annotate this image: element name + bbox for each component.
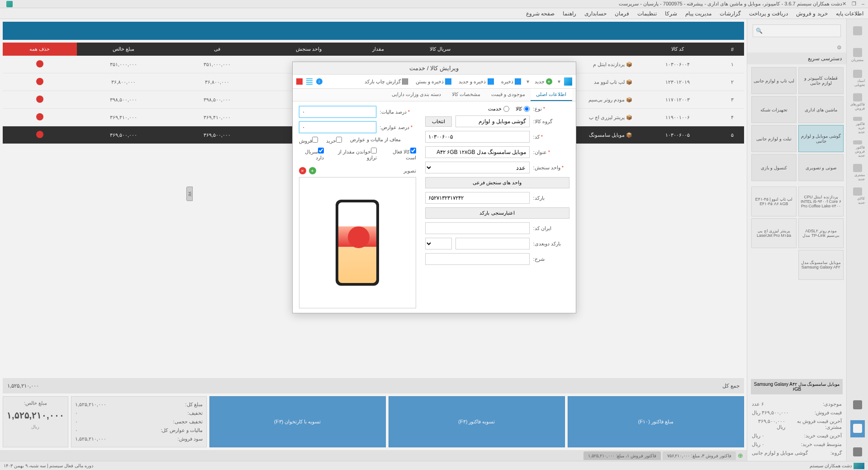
type-service-radio[interactable]: خدمت: [488, 106, 509, 112]
irancode-input[interactable]: [425, 222, 530, 234]
product-image-preview: [299, 177, 416, 308]
barcode-report-button[interactable]: گزارش چاپ بارکد: [363, 77, 410, 86]
title-input[interactable]: [425, 146, 530, 158]
tab-main-info[interactable]: اطلاعات اصلی: [531, 89, 572, 101]
add-image-button[interactable]: +: [309, 167, 316, 174]
scale-checkbox[interactable]: خواندن مقدار از ترازو: [332, 148, 377, 161]
desc-input[interactable]: [425, 253, 530, 265]
side-handle[interactable]: کالا: [186, 187, 193, 201]
cube-icon: [564, 77, 572, 86]
image-section-label: تصویر: [403, 168, 416, 174]
tab-ministry[interactable]: دسته بندی وزارت دارایی: [386, 89, 446, 101]
validate-barcode-button[interactable]: اعتبارسنجی بارکد: [425, 207, 569, 219]
type-good-radio[interactable]: کالا: [516, 106, 530, 112]
info-icon[interactable]: i: [316, 78, 323, 85]
new-button[interactable]: +جدید: [533, 77, 554, 86]
active-checkbox[interactable]: کالا فعال است: [385, 148, 416, 161]
subunits-button[interactable]: واحد های سنجش فرعی: [425, 177, 569, 188]
modal-toolbar: ▾ +جدید ▾ ذخیره ذخیره و جدید ذخیره و بست…: [293, 75, 576, 89]
code-input[interactable]: [425, 131, 530, 143]
edit-product-modal: ویرایش کالا / خدمت ▾ +جدید ▾ ذخیره ذخیره…: [292, 62, 576, 313]
code2d-input-1[interactable]: [455, 238, 530, 249]
save-new-button[interactable]: ذخیره و جدید: [457, 77, 495, 86]
exempt-sell-checkbox[interactable]: فروش: [299, 137, 318, 144]
modal-tabs: اطلاعات اصلی موجودی و قیمت مشخصات کالا د…: [293, 89, 576, 101]
group-input[interactable]: [455, 115, 530, 127]
modal-title: ویرایش کالا / خدمت: [293, 62, 576, 75]
unit-select[interactable]: عدد: [425, 162, 530, 173]
save-close-button[interactable]: ذخیره و بستن: [414, 77, 453, 86]
modal-overlay: ویرایش کالا / خدمت ▾ +جدید ▾ ذخیره ذخیره…: [0, 0, 868, 470]
grid-icon[interactable]: [306, 78, 313, 85]
exempt-buy-checkbox[interactable]: خرید: [326, 137, 342, 144]
select-group-button[interactable]: انتخاب: [425, 116, 452, 127]
tax-input[interactable]: [299, 106, 376, 118]
modal-close-button[interactable]: [296, 78, 303, 85]
code2d-select[interactable]: [425, 238, 452, 249]
tab-specs[interactable]: مشخصات کالا: [446, 89, 486, 101]
save-button[interactable]: ذخیره: [499, 77, 523, 86]
duty-input[interactable]: [299, 121, 376, 133]
exempt-label: معاف از مالیات و عوارض: [350, 137, 401, 144]
barcode-input[interactable]: [425, 192, 530, 204]
tab-stock-price[interactable]: موجودی و قیمت: [486, 89, 531, 101]
delete-image-button[interactable]: ×: [299, 167, 306, 174]
phone-image-icon: [336, 200, 379, 286]
serial-checkbox[interactable]: سریال دارد: [299, 148, 324, 161]
